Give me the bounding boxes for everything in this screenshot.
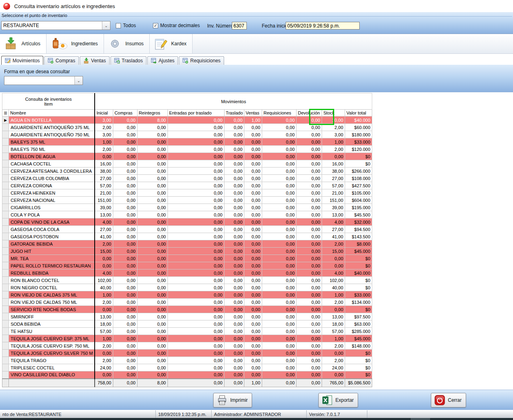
cell-value[interactable]: 0,00 — [262, 357, 297, 364]
cell-value[interactable]: 0,00 — [167, 197, 224, 204]
row-marker[interactable] — [2, 168, 9, 175]
cell-value[interactable]: 0,00 — [224, 218, 244, 226]
cell-value[interactable]: 2,00 — [322, 357, 345, 364]
cell-value[interactable]: $108.000 — [345, 175, 372, 182]
cell-value[interactable]: 0,00 — [224, 269, 244, 277]
cell-value[interactable]: 13,00 — [322, 313, 345, 320]
cell-value[interactable]: 0,00 — [224, 204, 244, 211]
cell-value[interactable]: 0,00 — [262, 371, 297, 379]
cell-value[interactable]: 0,00 — [224, 306, 244, 313]
cell-value[interactable]: 0,00 — [167, 313, 224, 320]
cell-value[interactable]: 18,00 — [95, 320, 113, 328]
cell-value[interactable]: 0,00 — [244, 328, 262, 335]
cell-value[interactable]: 0,00 — [137, 204, 167, 211]
cell-value[interactable]: 1,00 — [95, 291, 113, 299]
cell-value[interactable]: 2,00 — [95, 342, 113, 350]
cell-value[interactable]: 0,00 — [244, 284, 262, 291]
cell-value[interactable]: 0,00 — [113, 182, 137, 189]
table-row[interactable]: RON VIEJO DE CALDAS 750 ML2,000,000,000,… — [2, 299, 372, 306]
tab-traslados[interactable]: Traslados — [110, 56, 146, 65]
cell-value[interactable]: 1,00 — [95, 335, 113, 342]
cell-value[interactable]: 0,00 — [137, 131, 167, 138]
cell-value[interactable]: 21,00 — [322, 189, 345, 197]
cell-value[interactable]: 38,00 — [322, 168, 345, 175]
table-row[interactable]: RON VIEJO DE CALDAS 375 ML1,000,000,000,… — [2, 291, 372, 299]
cell-value[interactable]: 0,00 — [167, 160, 224, 168]
cell-value[interactable]: $0 — [345, 371, 372, 379]
cell-value[interactable]: 1,00 — [322, 335, 345, 342]
cell-value[interactable]: 0,00 — [297, 211, 322, 218]
cell-value[interactable]: 0,00 — [262, 233, 297, 240]
cell-value[interactable]: 0,00 — [262, 117, 297, 124]
cell-value[interactable]: 27,00 — [95, 175, 113, 182]
cell-value[interactable]: 0,00 — [113, 262, 137, 269]
cell-value[interactable]: 41,00 — [95, 233, 113, 240]
cell-nombre[interactable]: COPA DE VINO DE LA CASA — [9, 218, 95, 226]
imprimir-button[interactable]: Imprimir — [213, 393, 252, 407]
cell-value[interactable]: 0,00 — [167, 306, 224, 313]
row-marker[interactable] — [2, 277, 9, 284]
cell-value[interactable]: 27,00 — [322, 226, 345, 233]
cell-value[interactable]: 1,00 — [244, 117, 262, 124]
cell-value[interactable]: 0,00 — [244, 124, 262, 131]
cell-value[interactable]: 0,00 — [167, 138, 224, 146]
row-marker[interactable] — [2, 364, 9, 371]
cell-nombre[interactable]: GASEOSA POSTOBON — [9, 233, 95, 240]
cell-value[interactable]: 0,00 — [262, 211, 297, 218]
cell-value[interactable]: 0,00 — [297, 117, 322, 124]
cell-value[interactable]: 0,00 — [244, 146, 262, 153]
cell-value[interactable]: $40.000 — [345, 117, 372, 124]
cell-value[interactable]: 0,00 — [262, 153, 297, 160]
checkbox-check-icon[interactable]: ✓ — [153, 23, 158, 28]
cell-value[interactable]: 2,00 — [95, 240, 113, 248]
cell-value[interactable]: 0,00 — [244, 197, 262, 204]
cell-value[interactable]: 0,00 — [322, 371, 345, 379]
cell-nombre[interactable]: GASEOSA COCA COLA — [9, 226, 95, 233]
table-row[interactable]: CERVEZA CLUB COLOMBIA27,000,000,000,000,… — [2, 175, 372, 182]
cell-nombre[interactable]: SODA BEBIDA — [9, 320, 95, 328]
cell-value[interactable]: 0,00 — [137, 277, 167, 284]
table-row[interactable]: AGUARDIENTE ANTIOQUEÑO 750 ML3,000,000,0… — [2, 131, 372, 138]
cell-value[interactable]: 0,00 — [167, 240, 224, 248]
chevron-down-icon[interactable]: ⌄ — [102, 21, 110, 30]
cell-value[interactable]: $60.000 — [345, 124, 372, 131]
cell-value[interactable]: 1,00 — [322, 291, 345, 299]
cell-value[interactable]: 0,00 — [297, 335, 322, 342]
cell-value[interactable]: 0,00 — [297, 350, 322, 357]
cell-value[interactable]: 0,00 — [322, 262, 345, 269]
cell-value[interactable]: 0,00 — [244, 277, 262, 284]
cell-value[interactable]: 0,00 — [167, 277, 224, 284]
cell-value[interactable]: 0,00 — [297, 364, 322, 371]
table-row[interactable]: TE HATSU57,000,000,000,000,000,000,000,0… — [2, 328, 372, 335]
cell-value[interactable]: $0 — [345, 262, 372, 269]
cell-value[interactable]: 21,00 — [95, 189, 113, 197]
row-marker[interactable] — [2, 306, 9, 313]
tab-compras[interactable]: Compras — [44, 56, 79, 65]
cell-value[interactable]: $105.000 — [345, 189, 372, 197]
mostrar-decimales-checkbox[interactable]: ✓ Mostrar decimales — [153, 23, 200, 28]
cell-nombre[interactable]: COLA Y POLA — [9, 211, 95, 218]
tab-ventas[interactable]: Ventas — [80, 56, 110, 65]
cell-value[interactable]: 0,00 — [297, 146, 322, 153]
cell-value[interactable]: 0,00 — [244, 138, 262, 146]
cell-value[interactable]: 0,00 — [137, 248, 167, 255]
cell-value[interactable]: 8,00 — [137, 117, 167, 124]
cell-value[interactable]: 0,00 — [167, 211, 224, 218]
cell-value[interactable]: 0,00 — [297, 313, 322, 320]
cell-nombre[interactable]: SERVICIO RTE NOCHE BODAS — [9, 306, 95, 313]
cell-value[interactable]: 0,00 — [113, 277, 137, 284]
inv-numero-field[interactable] — [232, 22, 247, 30]
cell-value[interactable]: 0,00 — [113, 299, 137, 306]
cell-value[interactable]: 0,00 — [224, 299, 244, 306]
cell-value[interactable]: 0,00 — [297, 357, 322, 364]
table-row[interactable]: SODA BEBIDA18,000,000,000,000,000,000,00… — [2, 320, 372, 328]
cell-value[interactable]: 0,00 — [224, 313, 244, 320]
cell-value[interactable]: 0,00 — [137, 320, 167, 328]
cell-value[interactable]: 0,00 — [95, 255, 113, 262]
inventory-point-combobox[interactable]: RESTAURANTE ⌄ — [1, 21, 110, 30]
cell-value[interactable]: 0,00 — [167, 153, 224, 160]
cell-value[interactable]: $8.000 — [345, 240, 372, 248]
column-header-ventas[interactable]: Ventas — [244, 110, 262, 117]
cell-value[interactable]: $604.000 — [345, 197, 372, 204]
cell-value[interactable]: $0 — [345, 364, 372, 371]
